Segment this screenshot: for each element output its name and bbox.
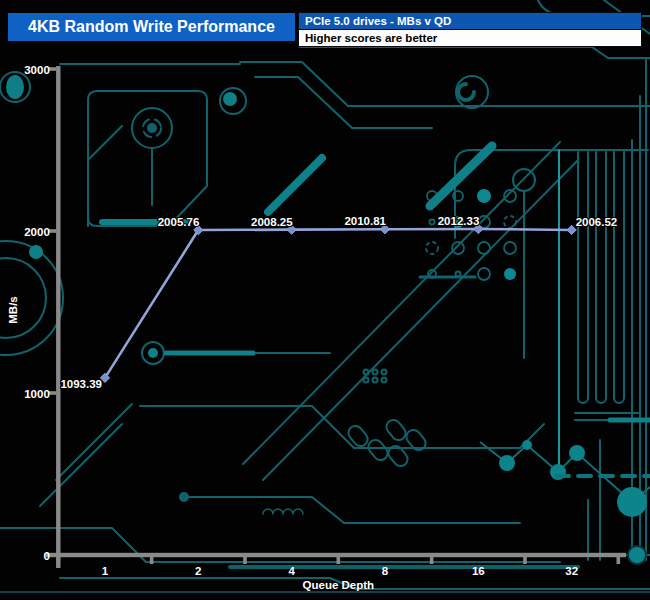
data-point-label: 2005.76: [158, 216, 200, 228]
x-tick: [617, 555, 621, 564]
x-tick-label: 1: [102, 565, 109, 577]
legend-note-label: Higher scores are better: [305, 32, 437, 44]
x-tick-label: 16: [472, 565, 485, 577]
data-point-label: 2012.33: [438, 215, 480, 227]
x-tick-label: 2: [195, 565, 201, 577]
chart-title-bar: 4KB Random Write Performance: [8, 13, 295, 41]
x-tick: [430, 555, 434, 564]
y-tick-label: 2000: [24, 226, 50, 238]
x-tick-label: 8: [382, 565, 389, 577]
x-tick: [57, 555, 61, 564]
y-tick: [49, 553, 57, 557]
y-axis-title: MB/s: [7, 296, 19, 323]
y-tick-label: 0: [43, 550, 49, 562]
y-tick-label: 1000: [24, 388, 50, 400]
legend-series-row: PCIe 5.0 drives - MBs v QD: [299, 13, 641, 30]
data-point-label: 1093.39: [60, 378, 102, 390]
data-point-label: 2006.52: [576, 216, 618, 228]
x-axis-title: Queue Depth: [303, 579, 375, 591]
x-tick: [243, 555, 247, 564]
x-tick-label: 4: [288, 565, 295, 577]
x-tick-label: 32: [565, 565, 578, 577]
data-point-label: 2008.25: [251, 216, 293, 228]
legend-note-row: Higher scores are better: [299, 30, 641, 46]
x-tick: [523, 555, 527, 564]
legend-series-label: PCIe 5.0 drives - MBs v QD: [305, 15, 451, 27]
x-tick: [150, 555, 154, 564]
y-tick-label: 3000: [24, 64, 50, 76]
series-line: [105, 229, 572, 378]
chart-title: 4KB Random Write Performance: [28, 18, 275, 36]
x-axis: [46, 553, 626, 557]
chart-legend: PCIe 5.0 drives - MBs v QD Higher scores…: [298, 12, 642, 47]
x-tick: [337, 555, 341, 564]
chart-canvas: 010002000300012481632MB/sQueue Depth1093…: [0, 0, 650, 600]
y-tick: [49, 391, 57, 395]
data-point-label: 2010.81: [344, 215, 386, 227]
y-tick: [49, 67, 57, 71]
screenshot-root: 010002000300012481632MB/sQueue Depth1093…: [0, 0, 650, 600]
y-axis: [56, 66, 60, 568]
y-tick: [49, 229, 57, 233]
